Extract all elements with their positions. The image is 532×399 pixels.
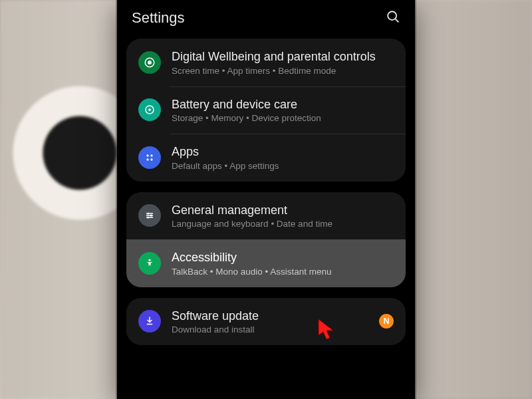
person-icon [138,252,161,275]
download-icon [138,310,161,332]
row-subtitle: Storage • Memory • Device protection [172,113,394,123]
grid-icon [138,146,161,169]
row-text: Battery and device care Storage • Memory… [172,97,394,124]
row-text: Software update Download and install [172,309,368,335]
svg-point-5 [148,108,151,111]
settings-group: Software update Download and install N [126,298,406,346]
svg-line-1 [396,19,399,23]
page-title: Settings [132,9,185,27]
search-icon[interactable] [386,9,400,27]
gauge-icon [138,98,161,121]
svg-point-0 [388,11,396,20]
row-title: General management [172,203,394,218]
svg-point-16 [148,259,150,261]
row-battery[interactable]: Battery and device care Storage • Memory… [126,86,406,134]
row-text: General management Language and keyboard… [172,203,394,229]
row-subtitle: Language and keyboard • Date and time [172,219,394,229]
row-title: Digital Wellbeing and parental controls [172,49,394,65]
row-subtitle: TalkBack • Mono audio • Assistant menu [172,267,394,277]
settings-group: General management Language and keyboard… [126,192,406,287]
settings-group: Digital Wellbeing and parental controls … [126,39,406,182]
row-subtitle: Download and install [172,325,368,334]
svg-point-7 [150,154,152,156]
row-accessibility[interactable]: Accessibility TalkBack • Mono audio • As… [126,239,406,287]
svg-point-3 [148,61,152,65]
svg-rect-17 [147,324,153,325]
svg-point-9 [150,158,152,160]
svg-point-13 [147,213,149,215]
svg-point-8 [146,158,148,160]
row-general[interactable]: General management Language and keyboard… [126,192,406,240]
svg-point-14 [150,215,152,217]
phone-screen: Settings Digital Wellbeing and parental … [117,0,415,399]
target-icon [138,51,161,74]
settings-header: Settings [117,0,415,39]
row-title: Battery and device care [172,97,394,112]
row-subtitle: Default apps • App settings [172,161,394,171]
sliders-icon [138,204,161,227]
row-apps[interactable]: Apps Default apps • App settings [126,134,406,182]
row-subtitle: Screen time • App timers • Bedtime mode [172,66,394,76]
row-title: Accessibility [172,250,394,265]
row-text: Apps Default apps • App settings [172,144,394,171]
row-title: Apps [172,144,394,160]
row-title: Software update [172,309,368,324]
row-software[interactable]: Software update Download and install N [126,298,406,346]
notification-badge: N [379,314,394,329]
row-text: Digital Wellbeing and parental controls … [172,49,394,76]
row-text: Accessibility TalkBack • Mono audio • As… [172,250,394,277]
svg-point-6 [146,154,148,156]
svg-point-15 [147,217,149,219]
row-wellbeing[interactable]: Digital Wellbeing and parental controls … [126,39,406,86]
